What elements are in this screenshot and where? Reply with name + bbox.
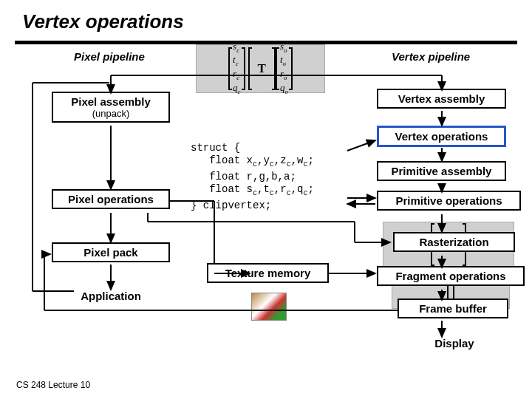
pixel-assembly-label: Pixel assembly bbox=[58, 95, 164, 108]
frame-buffer-box: Frame buffer bbox=[398, 299, 508, 318]
slide-title: Vertex operations bbox=[0, 0, 532, 36]
vertex-pipeline-label: Vertex pipeline bbox=[392, 50, 470, 63]
pixel-pack-box: Pixel pack bbox=[52, 242, 170, 262]
diagram-area: Pixel pipeline Vertex pipeline sctcrcqc … bbox=[0, 44, 532, 355]
pixel-assembly-box: Pixel assembly (unpack) bbox=[52, 92, 170, 123]
pixel-operations-box: Pixel operations bbox=[52, 189, 170, 209]
vertex-assembly-box: Vertex assembly bbox=[377, 89, 506, 109]
primitive-assembly-box: Primitive assembly bbox=[377, 161, 506, 181]
fragment-operations-box: Fragment operations bbox=[377, 266, 525, 286]
application-label: Application bbox=[52, 290, 170, 302]
struct-code: struct { float xc,yc,zc,wc; float r,g,b,… bbox=[191, 142, 314, 212]
primitive-operations-box: Primitive operations bbox=[377, 191, 521, 211]
display-label: Display bbox=[399, 337, 510, 349]
matrix-equation-top: sctcrcqc T sotoroqo bbox=[196, 44, 325, 93]
sample-image bbox=[251, 293, 287, 321]
pixel-assembly-sublabel: (unpack) bbox=[58, 108, 164, 119]
vertex-operations-box: Vertex operations bbox=[377, 126, 506, 147]
footer-text: CS 248 Lecture 10 bbox=[16, 380, 90, 390]
pixel-pipeline-label: Pixel pipeline bbox=[74, 50, 145, 63]
rasterization-box: Rasterization bbox=[393, 232, 515, 252]
texture-memory-box: Texture memory bbox=[207, 263, 329, 283]
